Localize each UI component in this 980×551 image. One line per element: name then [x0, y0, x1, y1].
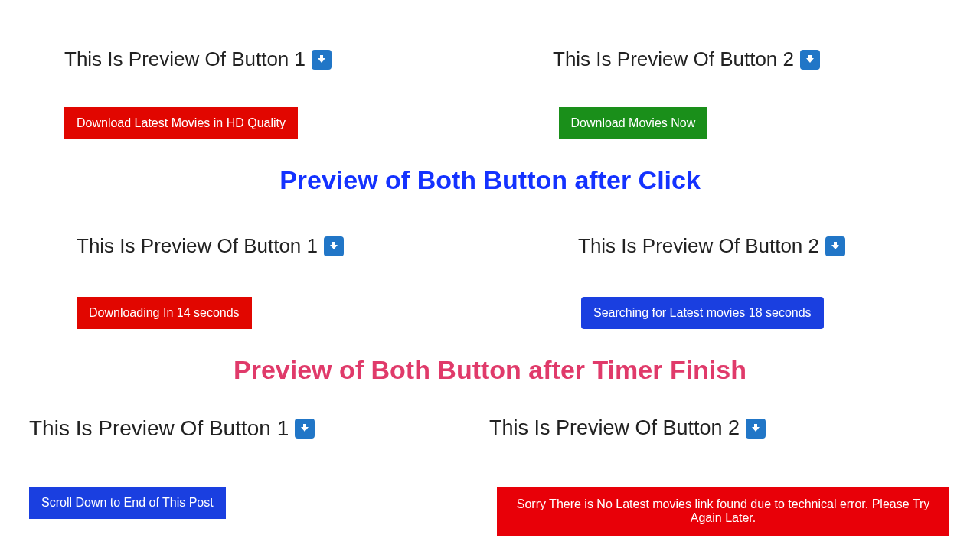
arrow-down-icon	[324, 236, 344, 256]
download-hd-button[interactable]: Download Latest Movies in HD Quality	[64, 107, 298, 139]
preview-title-1b-text: This Is Preview Of Button 2	[553, 47, 794, 71]
preview-title-3a: This Is Preview Of Button 1	[29, 416, 315, 441]
error-message: Sorry There is No Latest movies link fou…	[497, 487, 949, 536]
searching-countdown-button[interactable]: Searching for Latest movies 18 seconds	[581, 297, 824, 329]
heading-after-timer: Preview of Both Button after Timer Finis…	[0, 355, 980, 385]
preview-title-3a-text: This Is Preview Of Button 1	[29, 416, 289, 441]
scroll-down-button[interactable]: Scroll Down to End of This Post	[29, 487, 226, 519]
preview-title-1b: This Is Preview Of Button 2	[553, 47, 820, 71]
arrow-down-icon	[746, 419, 766, 439]
preview-title-2b: This Is Preview Of Button 2	[578, 234, 845, 258]
arrow-down-icon	[825, 236, 845, 256]
preview-title-1a: This Is Preview Of Button 1	[64, 47, 332, 71]
preview-title-2a-text: This Is Preview Of Button 1	[77, 234, 318, 258]
preview-title-3b: This Is Preview Of Button 2	[489, 416, 766, 440]
downloading-countdown-button[interactable]: Downloading In 14 seconds	[77, 297, 252, 329]
arrow-down-icon	[312, 50, 332, 70]
preview-title-3b-text: This Is Preview Of Button 2	[489, 416, 740, 440]
heading-after-click: Preview of Both Button after Click	[0, 165, 980, 195]
preview-title-2a: This Is Preview Of Button 1	[77, 234, 344, 258]
arrow-down-icon	[800, 50, 820, 70]
download-now-button[interactable]: Download Movies Now	[559, 107, 708, 139]
arrow-down-icon	[295, 419, 315, 439]
preview-title-2b-text: This Is Preview Of Button 2	[578, 234, 819, 258]
preview-title-1a-text: This Is Preview Of Button 1	[64, 47, 305, 71]
